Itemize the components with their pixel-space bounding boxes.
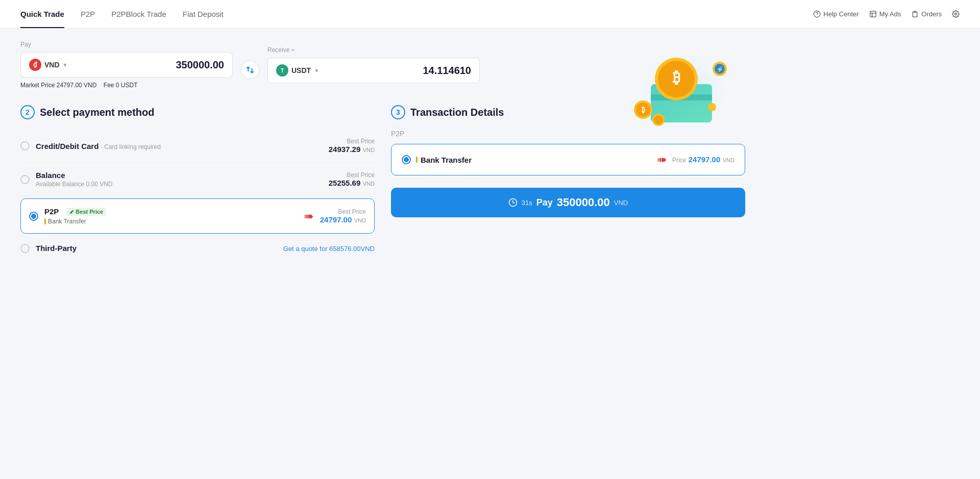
third-party-quote-link[interactable]: Get a quote for 658576.00VND xyxy=(283,245,375,253)
receive-input-box: T USDT ▼ xyxy=(267,58,480,83)
payment-option-third-party[interactable]: Third-Party Get a quote for 658576.00VND xyxy=(20,236,375,261)
payment-option-balance[interactable]: Balance Available Balance 0.00 VND Best … xyxy=(20,163,375,196)
market-price-row: Market Price 24797.00 VND Fee 0 USDT xyxy=(20,82,233,89)
p2p-name-row: P2P Best Price xyxy=(44,207,293,216)
main-content: Pay ₫ VND ▼ Market Price 24797.00 VND xyxy=(0,29,766,273)
bank-transfer-radio-inner xyxy=(404,157,409,162)
svg-text:⚡: ⚡ xyxy=(716,65,724,73)
trade-row: Pay ₫ VND ▼ Market Price 24797.00 VND xyxy=(20,41,480,89)
bank-transfer-red-arrow: ➠ xyxy=(657,153,667,167)
transaction-section-heading: Transaction Details xyxy=(410,107,504,118)
tab-quick-trade[interactable]: Quick Trade xyxy=(20,0,64,28)
third-party-name: Third-Party xyxy=(36,244,77,253)
settings-link[interactable] xyxy=(952,10,960,18)
bank-transfer-radio xyxy=(402,155,411,164)
payment-method-section: 2 Select payment method Credit/Debit Car… xyxy=(20,105,375,261)
pay-button-timer: 31s xyxy=(522,199,532,207)
bank-transfer-price: Price 24797.00 VND xyxy=(672,155,734,164)
transaction-section-number: 3 xyxy=(391,105,405,119)
pay-amount-input[interactable] xyxy=(71,59,224,71)
receive-amount-input[interactable] xyxy=(323,65,471,77)
svg-point-20 xyxy=(708,103,716,111)
nav-right: Help Center My Ads Orders xyxy=(813,10,960,18)
svg-rect-2 xyxy=(870,11,876,17)
p2p-red-arrow: ➠ xyxy=(304,209,314,223)
hero-section: Pay ₫ VND ▼ Market Price 24797.00 VND xyxy=(20,41,745,89)
help-icon xyxy=(813,10,821,18)
bank-transfer-name: Bank Transfer xyxy=(416,156,648,164)
card-payment-price: Best Price 24937.29 VND xyxy=(329,138,375,154)
svg-text:₿: ₿ xyxy=(642,106,645,114)
orders-link[interactable]: Orders xyxy=(911,10,942,18)
bank-transfer-sub: Bank Transfer xyxy=(44,218,293,225)
radio-third-party xyxy=(20,244,30,253)
third-party-payment-info: Third-Party xyxy=(36,244,277,253)
svg-point-4 xyxy=(955,13,957,15)
pay-button-pay-label: Pay xyxy=(536,197,553,208)
tab-p2p[interactable]: P2P xyxy=(81,0,95,28)
pay-section: Pay ₫ VND ▼ Market Price 24797.00 VND xyxy=(20,41,233,89)
pay-button-currency: VND xyxy=(614,199,628,207)
timer-icon xyxy=(508,198,518,207)
my-ads-link[interactable]: My Ads xyxy=(869,10,901,18)
payment-methods-list: Credit/Debit Card · Card linking require… xyxy=(20,130,375,261)
help-center-link[interactable]: Help Center xyxy=(813,10,859,18)
bank-transfer-option-box[interactable]: Bank Transfer ➠ Price 24797.00 VND xyxy=(391,144,745,175)
balance-payment-price: Best Price 25255.69 VND xyxy=(329,171,375,188)
svg-rect-3 xyxy=(914,11,916,13)
leaf-icon xyxy=(69,209,74,214)
payment-option-card[interactable]: Credit/Debit Card · Card linking require… xyxy=(20,130,375,163)
card-payment-info: Credit/Debit Card · Card linking require… xyxy=(36,142,323,150)
usdt-icon: T xyxy=(276,64,288,77)
top-navigation: Quick Trade P2P P2PBlock Trade Fiat Depo… xyxy=(0,0,980,29)
swap-button[interactable] xyxy=(241,61,259,79)
pay-currency-chevron: ▼ xyxy=(63,62,68,68)
receive-currency-name: USDT xyxy=(291,66,311,74)
balance-payment-name: Balance xyxy=(36,171,323,180)
balance-payment-info: Balance Available Balance 0.00 VND xyxy=(36,171,323,188)
p2p-payment-name: P2P xyxy=(44,207,59,216)
pay-currency-name: VND xyxy=(44,61,60,69)
ads-icon xyxy=(869,10,877,18)
hero-illustration: ₿ ₿ ⚡ xyxy=(602,41,735,140)
tab-fiat-deposit[interactable]: Fiat Deposit xyxy=(183,0,224,28)
bank-bar-indicator-tx xyxy=(416,157,418,163)
radio-card xyxy=(20,141,30,150)
radio-p2p-inner xyxy=(31,214,36,219)
vnd-currency-selector[interactable]: ₫ VND ▼ xyxy=(29,59,67,71)
p2p-payment-info: P2P Best Price Bank Transfer xyxy=(44,207,293,225)
radio-balance xyxy=(20,175,30,184)
pay-button-amount: 350000.00 xyxy=(557,196,610,209)
receive-label: Receive ≈ xyxy=(267,46,480,54)
swap-icon xyxy=(246,65,255,74)
trade-form: Pay ₫ VND ▼ Market Price 24797.00 VND xyxy=(20,41,480,89)
payment-option-p2p[interactable]: P2P Best Price Bank Transfer ➠ xyxy=(20,198,375,234)
pay-label: Pay xyxy=(20,41,233,48)
bank-bar-indicator xyxy=(44,218,46,224)
balance-available: Available Balance 0.00 VND xyxy=(36,181,323,188)
nav-tabs: Quick Trade P2P P2PBlock Trade Fiat Depo… xyxy=(20,0,224,28)
best-price-badge: Best Price xyxy=(66,208,106,216)
radio-p2p xyxy=(29,212,38,221)
receive-currency-chevron: ▼ xyxy=(314,68,319,73)
receive-section: Receive ≈ T USDT ▼ xyxy=(267,46,480,83)
tab-p2pblock-trade[interactable]: P2PBlock Trade xyxy=(111,0,166,28)
orders-icon xyxy=(911,10,919,18)
usdt-currency-selector[interactable]: T USDT ▼ xyxy=(276,64,319,77)
payment-section-heading: Select payment method xyxy=(40,107,155,118)
settings-icon xyxy=(952,10,960,18)
pay-now-button[interactable]: 31s Pay 350000.00 VND xyxy=(391,188,745,217)
svg-point-16 xyxy=(654,115,663,124)
vnd-icon: ₫ xyxy=(29,59,41,71)
payment-section-number: 2 xyxy=(20,105,35,119)
p2p-payment-price: Best Price 24797.00 VND xyxy=(320,208,366,224)
pay-input-box: ₫ VND ▼ xyxy=(20,52,233,78)
card-payment-name: Credit/Debit Card · Card linking require… xyxy=(36,142,323,150)
illustration-svg: ₿ ₿ ⚡ xyxy=(602,41,735,138)
svg-text:₿: ₿ xyxy=(673,69,680,86)
payment-section-title: 2 Select payment method xyxy=(20,105,375,119)
